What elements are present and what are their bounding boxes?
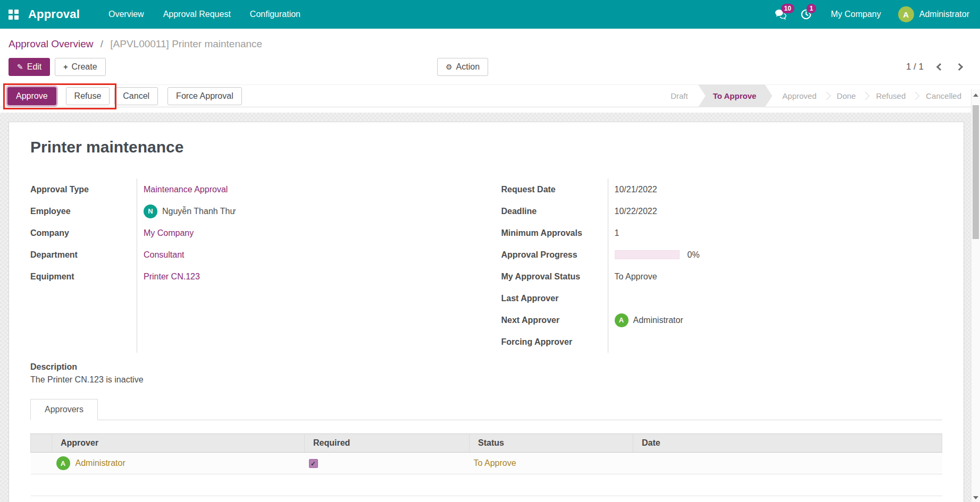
table-header-row: Approver Required Status Date bbox=[31, 434, 942, 453]
top-navbar: Approval Overview Approval Request Confi… bbox=[0, 0, 980, 29]
edit-button[interactable]: ✎ Edit bbox=[9, 58, 50, 76]
column-date[interactable]: Date bbox=[633, 434, 942, 453]
company-switcher[interactable]: My Company bbox=[820, 10, 895, 19]
record-title: Printer maintenance bbox=[30, 138, 942, 156]
column-required[interactable]: Required bbox=[305, 434, 470, 453]
approver-avatar: A bbox=[56, 456, 70, 470]
column-status[interactable]: Status bbox=[470, 434, 633, 453]
breadcrumb: Approval Overview / [APVL00011] Printer … bbox=[9, 38, 971, 50]
approve-button[interactable]: Approve bbox=[7, 87, 56, 105]
field-last-approver: Last Approver bbox=[501, 287, 943, 309]
menu-item-approval-request[interactable]: Approval Request bbox=[156, 1, 238, 28]
force-approval-button[interactable]: Force Approval bbox=[167, 87, 242, 105]
menu-item-configuration[interactable]: Configuration bbox=[242, 1, 308, 28]
field-equipment: Equipment Printer CN.123 bbox=[30, 266, 472, 287]
messages-button[interactable]: 10 bbox=[769, 0, 792, 29]
approver-name[interactable]: Administrator bbox=[76, 458, 125, 468]
control-panel: Approval Overview / [APVL00011] Printer … bbox=[0, 29, 980, 84]
approvers-table: Approver Required Status Date A Administ… bbox=[30, 433, 942, 496]
approver-cell[interactable]: A Administrator bbox=[56, 456, 300, 470]
content-area: Printer maintenance Approval Type Mainte… bbox=[0, 113, 971, 502]
request-date-value: 10/21/2022 bbox=[615, 185, 657, 194]
tab-approvers[interactable]: Approvers bbox=[30, 399, 98, 420]
field-department: Department Consultant bbox=[30, 244, 472, 266]
row-handle-cell bbox=[31, 453, 52, 474]
employee-avatar: N bbox=[144, 205, 157, 218]
breadcrumb-separator: / bbox=[100, 38, 103, 49]
table-row[interactable]: A Administrator ✓ To Approve bbox=[31, 453, 942, 474]
create-button[interactable]: + Create bbox=[55, 58, 105, 76]
row-status: To Approve bbox=[474, 458, 516, 467]
deadline-value: 10/22/2022 bbox=[615, 207, 657, 216]
statusbar-row: Approve Refuse Cancel Force Approval Dra… bbox=[0, 84, 980, 107]
state-cancelled[interactable]: Cancelled bbox=[916, 84, 971, 107]
app-screen: Approval Overview Approval Request Confi… bbox=[0, 0, 980, 502]
state-pipeline: Draft To Approve Approved Done Refused C… bbox=[660, 84, 980, 107]
status-buttons: Approve Refuse Cancel Force Approval bbox=[7, 87, 242, 105]
description-block: Description The Printer CN.123 is inacti… bbox=[30, 362, 942, 385]
main-menu: Overview Approval Request Configuration bbox=[101, 1, 308, 28]
field-grid: Approval Type Maintenance Approval Emplo… bbox=[30, 178, 942, 353]
field-company: Company My Company bbox=[30, 222, 472, 244]
refuse-button[interactable]: Refuse bbox=[66, 87, 110, 105]
field-forcing-approver: Forcing Approver bbox=[501, 331, 943, 353]
breadcrumb-parent[interactable]: Approval Overview bbox=[9, 38, 93, 49]
action-button[interactable]: ⚙ Action bbox=[437, 58, 488, 76]
department-link[interactable]: Consultant bbox=[144, 250, 185, 260]
scroll-down-icon[interactable] bbox=[973, 496, 978, 499]
field-minimum-approvals: Minimum Approvals 1 bbox=[501, 222, 943, 244]
breadcrumb-current: [APVL00011] Printer maintenance bbox=[110, 38, 262, 49]
next-approver-name[interactable]: Administrator bbox=[633, 316, 683, 325]
messages-badge: 10 bbox=[781, 4, 794, 13]
company-link[interactable]: My Company bbox=[144, 228, 194, 238]
menu-item-overview[interactable]: Overview bbox=[101, 1, 152, 28]
approval-progress-value: 0% bbox=[688, 250, 700, 260]
state-approved[interactable]: Approved bbox=[772, 84, 826, 107]
my-approval-status-value: To Approve bbox=[615, 272, 657, 282]
state-done[interactable]: Done bbox=[827, 84, 866, 107]
app-title[interactable]: Approval bbox=[28, 7, 80, 21]
pager-previous-icon[interactable] bbox=[936, 63, 944, 71]
left-field-group: Approval Type Maintenance Approval Emplo… bbox=[30, 178, 472, 353]
approval-progress-bar bbox=[615, 250, 680, 259]
field-next-approver: Next Approver A Administrator bbox=[501, 309, 943, 331]
equipment-link[interactable]: Printer CN.123 bbox=[144, 272, 200, 282]
notebook-tabs: Approvers bbox=[30, 398, 942, 420]
user-menu[interactable]: A Administrator bbox=[898, 6, 969, 22]
activities-button[interactable]: 1 bbox=[795, 0, 817, 29]
field-my-approval-status: My Approval Status To Approve bbox=[501, 266, 943, 287]
scroll-up-icon[interactable] bbox=[973, 93, 978, 97]
apps-grid-icon[interactable] bbox=[9, 10, 19, 20]
description-label: Description bbox=[30, 362, 942, 372]
pencil-icon: ✎ bbox=[17, 63, 23, 71]
employee-name[interactable]: Nguyễn Thanh Thư bbox=[162, 207, 236, 216]
table-empty-row bbox=[31, 474, 942, 496]
right-field-group: Request Date 10/21/2022 Deadline 10/22/2… bbox=[501, 178, 943, 353]
description-text: The Printer CN.123 is inactive bbox=[30, 375, 942, 385]
scrollbar-thumb[interactable] bbox=[973, 105, 979, 239]
form-sheet: Printer maintenance Approval Type Mainte… bbox=[9, 122, 964, 502]
minimum-approvals-value: 1 bbox=[615, 228, 619, 238]
pager-next-icon[interactable] bbox=[956, 63, 963, 71]
annotation-wrap: Approve Refuse bbox=[7, 87, 110, 105]
field-deadline: Deadline 10/22/2022 bbox=[501, 200, 943, 222]
field-employee: Employee N Nguyễn Thanh Thư bbox=[30, 200, 472, 222]
user-name: Administrator bbox=[919, 10, 969, 19]
approval-type-link[interactable]: Maintenance Approval bbox=[144, 185, 228, 194]
pager-value: 1 / 1 bbox=[906, 62, 924, 72]
state-draft[interactable]: Draft bbox=[660, 84, 698, 107]
state-refused[interactable]: Refused bbox=[866, 84, 916, 107]
column-approver[interactable]: Approver bbox=[52, 434, 305, 453]
next-approver-avatar: A bbox=[615, 313, 629, 327]
field-approval-type: Approval Type Maintenance Approval bbox=[30, 178, 472, 200]
field-approval-progress: Approval Progress 0% bbox=[501, 244, 943, 266]
control-panel-buttons: ✎ Edit + Create ⚙ Action 1 / 1 bbox=[9, 58, 971, 84]
plus-icon: + bbox=[63, 63, 68, 71]
field-request-date: Request Date 10/21/2022 bbox=[501, 178, 943, 200]
cancel-button[interactable]: Cancel bbox=[114, 87, 158, 105]
state-to-approve[interactable]: To Approve bbox=[698, 84, 773, 107]
pager: 1 / 1 bbox=[906, 62, 971, 72]
required-checkbox[interactable]: ✓ bbox=[309, 459, 318, 468]
gear-icon: ⚙ bbox=[446, 63, 453, 71]
vertical-scrollbar[interactable] bbox=[971, 89, 980, 502]
